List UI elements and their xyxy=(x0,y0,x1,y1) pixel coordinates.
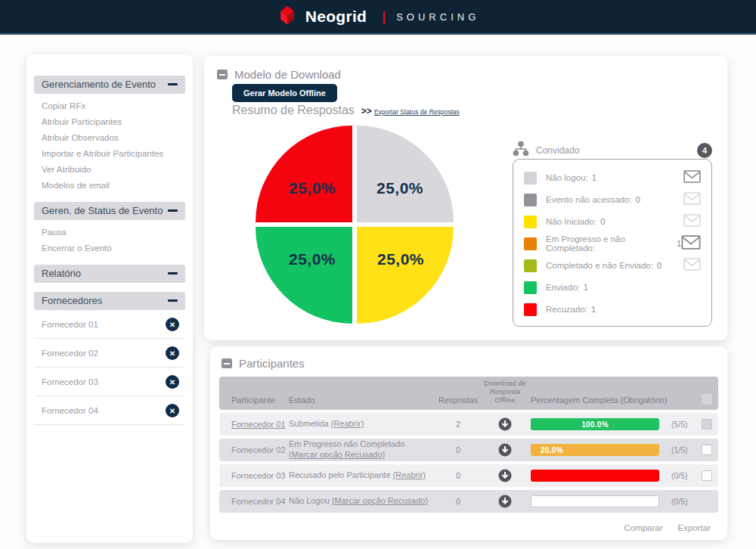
send-email-icon xyxy=(683,214,701,230)
sidebar-item-modelos-de-email[interactable]: Modelos de email xyxy=(34,177,185,193)
progress-cell xyxy=(531,470,671,482)
legend-item: Enviado: 1 xyxy=(524,278,701,297)
sidebar-section-fornecedores[interactable]: Fornecedores xyxy=(34,292,185,310)
pie-segment[interactable]: 25,0% xyxy=(256,126,352,222)
brand-wrap: Neogrid | SOURCING xyxy=(277,5,480,29)
download-offline-icon[interactable] xyxy=(479,443,531,457)
progress-bar: 100.0% xyxy=(531,418,659,430)
legend-label: Em Progresso e não Completado: xyxy=(546,234,673,253)
table-row: Fornecedor 02 Em Progresso não Completad… xyxy=(219,439,718,461)
download-offline-icon[interactable] xyxy=(479,417,531,431)
legend-swatch xyxy=(524,194,537,206)
remove-fornecedor-icon[interactable]: ✕ xyxy=(166,346,179,360)
respostas-value: 0 xyxy=(437,445,479,454)
sidebar-item-copiar-rfx[interactable]: Copiar RFx xyxy=(34,98,185,113)
sidebar-item-encerrar-o-evento[interactable]: Encerrar o Evento xyxy=(34,240,185,256)
estado-cell: Em Progresso não Completado (Marcar opçã… xyxy=(289,439,437,461)
estado-action-link[interactable]: (Reabrir) xyxy=(331,419,364,428)
pie-segment[interactable]: 25,0% xyxy=(357,126,454,222)
sidebar-section-status-de-evento[interactable]: Geren. de Status de Evento xyxy=(34,202,185,220)
legend-header: Convidado 4 xyxy=(513,141,712,160)
send-email-icon[interactable] xyxy=(683,170,701,186)
progress-bar: 20,0% xyxy=(531,444,659,456)
legend-value: 0 xyxy=(636,195,640,204)
legend-value: 0 xyxy=(657,261,662,270)
col-percentagem: Percentagem Completa (Obrigatório) xyxy=(531,395,671,405)
legend-value: 0 xyxy=(600,217,605,226)
download-offline-icon[interactable] xyxy=(479,469,531,482)
sidebar-section-gerenciamento-de-evento[interactable]: Gerenciamento de Evento xyxy=(34,76,185,94)
respostas-value: 0 xyxy=(437,471,479,480)
legend-value: 1 xyxy=(584,283,588,292)
estado-text: Recusado pelo Participante xyxy=(289,470,391,479)
estado-cell: Recusado pelo Participante (Reabrir) xyxy=(289,470,437,481)
chevrons-icon: >> xyxy=(361,106,372,116)
remove-fornecedor-icon[interactable]: ✕ xyxy=(166,318,179,331)
collapse-panel-icon[interactable] xyxy=(222,358,232,368)
pie-segment-label: 25,0% xyxy=(377,250,424,268)
product-name: SOURCING xyxy=(396,11,479,23)
collapse-icon[interactable] xyxy=(168,299,178,302)
table-footer: Comparar Exportar xyxy=(624,523,711,532)
collapse-icon[interactable] xyxy=(168,209,178,212)
legend-item: Em Progresso e não Completado: 1 xyxy=(524,234,701,253)
legend-item: Recuzado: 1 xyxy=(524,299,701,319)
sidebar-item-atribuir-participantes[interactable]: Atribuir Participantes xyxy=(34,113,185,129)
invited-hierarchy-icon xyxy=(513,141,529,160)
participant-name: Fornecedor 02 xyxy=(219,445,289,454)
fraction-label: (1/5) xyxy=(671,445,702,454)
gerar-modelo-offline-button[interactable]: Gerar Modelo Offline xyxy=(232,84,337,102)
remove-fornecedor-icon[interactable]: ✕ xyxy=(166,404,179,417)
collapse-icon[interactable] xyxy=(168,83,178,85)
download-offline-icon[interactable] xyxy=(479,495,531,508)
estado-action-link[interactable]: (Marcar opção Recusado) xyxy=(289,450,437,461)
collapse-panel-icon[interactable] xyxy=(217,70,228,79)
exportar-status-link[interactable]: Exportar Status de Respostas xyxy=(374,108,460,116)
remove-fornecedor-icon[interactable]: ✕ xyxy=(166,375,179,389)
legend-label: Recuzado: xyxy=(546,305,587,314)
sidebar-section-relatorio[interactable]: Relatório xyxy=(34,265,185,283)
row-checkbox[interactable] xyxy=(702,470,712,481)
legend-swatch xyxy=(524,172,537,185)
legend-item: Não logou: 1 xyxy=(524,168,701,188)
legend-swatch xyxy=(524,237,537,250)
sidebar-item-ver-atribuido[interactable]: Ver Atribuido xyxy=(34,161,185,177)
sidebar-item-importar-e-atribuir[interactable]: Importar e Atribuir Participantes xyxy=(34,145,185,161)
legend-value: 1 xyxy=(591,305,596,314)
participants-table: Participante Estado Respostas Download d… xyxy=(219,377,718,513)
select-all-checkbox[interactable] xyxy=(702,394,712,405)
table-header: Participante Estado Respostas Download d… xyxy=(219,377,718,410)
pie-segment[interactable]: 25,0% xyxy=(256,227,352,324)
neogrid-logo-icon xyxy=(277,5,298,29)
pie-segment[interactable]: 25,0% xyxy=(357,227,454,324)
send-email-icon[interactable] xyxy=(681,235,701,253)
comparar-link[interactable]: Comparar xyxy=(624,523,662,532)
sidebar-item-pausa[interactable]: Pausa xyxy=(34,224,185,240)
brand-divider: | xyxy=(382,9,386,25)
fornecedor-label: Fornecedor 01 xyxy=(42,320,98,329)
panel-title-row: Modelo de Download xyxy=(204,56,727,81)
status-legend: Não logou: 1 Evento não acessado: 0 Não … xyxy=(513,159,712,327)
respostas-value: 2 xyxy=(437,420,479,429)
respostas-value: 0 xyxy=(437,497,479,506)
section-label: Gerenciamento de Evento xyxy=(42,79,156,90)
estado-action-link[interactable]: (Marcar opção Recusado) xyxy=(332,496,428,505)
estado-text: Não Logou xyxy=(289,496,330,505)
estado-action-link[interactable]: (Reabrir) xyxy=(393,470,426,479)
exportar-link[interactable]: Exportar xyxy=(678,523,711,532)
fornecedor-label: Fornecedor 04 xyxy=(42,406,98,415)
row-checkbox[interactable] xyxy=(702,445,712,455)
fornecedor-label: Fornecedor 02 xyxy=(42,349,98,358)
legend-swatch xyxy=(524,216,537,228)
legend-item: Evento não acessado: 0 xyxy=(524,190,701,209)
send-email-icon xyxy=(683,192,701,208)
send-email-icon xyxy=(683,258,701,274)
collapse-icon[interactable] xyxy=(168,272,178,274)
sidebar-item-atribuir-observados[interactable]: Atribuir Observados xyxy=(34,129,185,145)
summary-title: Resumo de Respostas xyxy=(232,104,355,117)
fraction-label: (5/5) xyxy=(671,420,702,429)
fraction-label: (0/5) xyxy=(671,497,702,506)
modelo-de-download-panel: Modelo de Download Gerar Modelo Offline … xyxy=(204,56,727,340)
participant-name-link[interactable]: Fornecedor 01 xyxy=(219,420,289,429)
fornecedor-label: Fornecedor 03 xyxy=(42,377,98,386)
